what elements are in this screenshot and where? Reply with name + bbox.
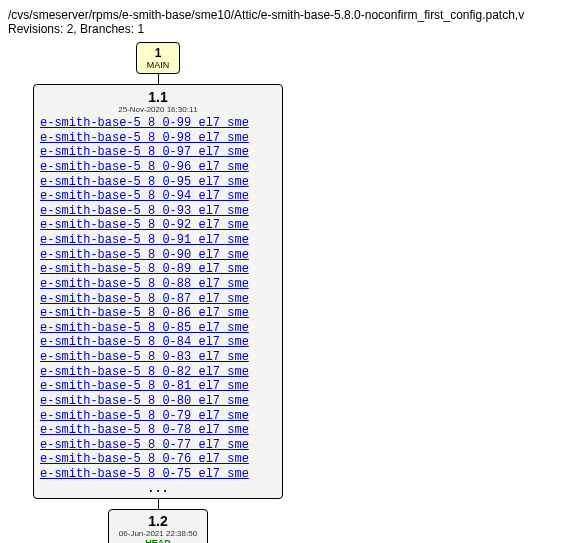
tag-link[interactable]: e-smith-base-5_8_0-96_el7_sme — [40, 160, 276, 175]
tag-link[interactable]: e-smith-base-5_8_0-81_el7_sme — [40, 379, 276, 394]
tag-link[interactable]: e-smith-base-5_8_0-90_el7_sme — [40, 248, 276, 263]
tag-link[interactable]: e-smith-base-5_8_0-91_el7_sme — [40, 233, 276, 248]
revision-node-1-1[interactable]: 1.1 25-Nov-2020 16:30:11 e-smith-base-5_… — [33, 84, 283, 499]
graph-connector — [158, 74, 159, 84]
tag-link[interactable]: e-smith-base-5_8_0-98_el7_sme — [40, 131, 276, 146]
revision-number: 1.1 — [40, 89, 276, 105]
branch-node-label: MAIN — [147, 60, 170, 70]
revisions-summary: Revisions: 2, Branches: 1 — [8, 22, 576, 36]
revision-timestamp: 25-Nov-2020 16:30:11 — [40, 105, 276, 114]
tag-ellipsis: ... — [40, 482, 276, 496]
tag-link[interactable]: e-smith-base-5_8_0-83_el7_sme — [40, 350, 276, 365]
tag-link[interactable]: e-smith-base-5_8_0-99_el7_sme — [40, 116, 276, 131]
tag-link[interactable]: e-smith-base-5_8_0-79_el7_sme — [40, 409, 276, 424]
tag-link[interactable]: e-smith-base-5_8_0-78_el7_sme — [40, 423, 276, 438]
branch-node-main[interactable]: 1 MAIN — [136, 42, 181, 74]
tag-link[interactable]: e-smith-base-5_8_0-95_el7_sme — [40, 175, 276, 190]
revision-timestamp: 06-Jun-2021 22:38:50 — [119, 529, 197, 538]
file-path: /cvs/smeserver/rpms/e-smith-base/sme10/A… — [8, 8, 576, 22]
tag-link[interactable]: e-smith-base-5_8_0-94_el7_sme — [40, 189, 276, 204]
tag-link[interactable]: e-smith-base-5_8_0-80_el7_sme — [40, 394, 276, 409]
tag-link[interactable]: e-smith-base-5_8_0-97_el7_sme — [40, 145, 276, 160]
tag-list: e-smith-base-5_8_0-99_el7_smee-smith-bas… — [40, 116, 276, 482]
tag-link[interactable]: e-smith-base-5_8_0-77_el7_sme — [40, 438, 276, 453]
graph-connector — [158, 499, 159, 509]
tag-link[interactable]: e-smith-base-5_8_0-86_el7_sme — [40, 306, 276, 321]
revision-number: 1.2 — [119, 513, 197, 529]
tag-link[interactable]: e-smith-base-5_8_0-84_el7_sme — [40, 335, 276, 350]
head-label: HEAD — [119, 538, 197, 543]
tag-link[interactable]: e-smith-base-5_8_0-75_el7_sme — [40, 467, 276, 482]
tag-link[interactable]: e-smith-base-5_8_0-76_el7_sme — [40, 452, 276, 467]
branch-node-number: 1 — [147, 46, 170, 60]
tag-link[interactable]: e-smith-base-5_8_0-85_el7_sme — [40, 321, 276, 336]
revision-graph: 1 MAIN 1.1 25-Nov-2020 16:30:11 e-smith-… — [28, 42, 288, 543]
tag-link[interactable]: e-smith-base-5_8_0-88_el7_sme — [40, 277, 276, 292]
tag-link[interactable]: e-smith-base-5_8_0-89_el7_sme — [40, 262, 276, 277]
revision-node-1-2[interactable]: 1.2 06-Jun-2021 22:38:50 HEAD — [108, 509, 208, 543]
tag-link[interactable]: e-smith-base-5_8_0-93_el7_sme — [40, 204, 276, 219]
tag-link[interactable]: e-smith-base-5_8_0-92_el7_sme — [40, 218, 276, 233]
tag-link[interactable]: e-smith-base-5_8_0-87_el7_sme — [40, 292, 276, 307]
tag-link[interactable]: e-smith-base-5_8_0-82_el7_sme — [40, 365, 276, 380]
